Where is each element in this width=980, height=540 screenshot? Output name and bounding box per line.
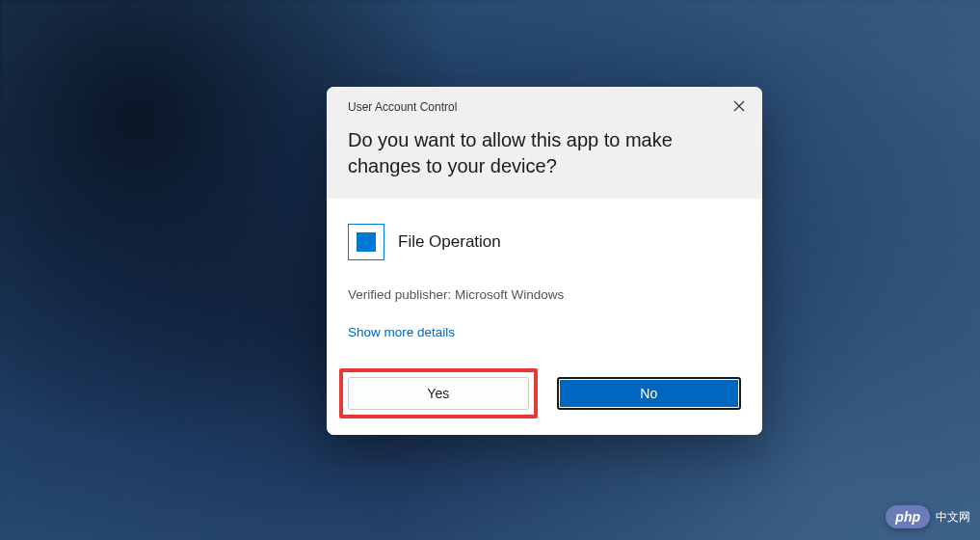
close-button[interactable] <box>729 96 749 116</box>
dialog-header: User Account Control Do you want to allo… <box>327 87 762 199</box>
dialog-body: File Operation Verified publisher: Micro… <box>327 199 762 356</box>
publisher-line: Verified publisher: Microsoft Windows <box>348 287 741 302</box>
dialog-question: Do you want to allow this app to make ch… <box>348 127 741 179</box>
app-icon <box>348 224 384 260</box>
yes-button[interactable]: Yes <box>348 377 529 410</box>
yes-button-highlight: Yes <box>339 368 538 418</box>
php-logo: php <box>886 505 930 528</box>
file-operation-icon <box>357 232 376 252</box>
dialog-title: User Account Control <box>348 100 741 114</box>
watermark: php 中文网 <box>886 505 970 528</box>
dialog-footer: Yes No <box>327 356 762 435</box>
no-button[interactable]: No <box>557 377 742 410</box>
app-info-row: File Operation <box>348 224 741 260</box>
app-name: File Operation <box>398 232 501 252</box>
uac-dialog: User Account Control Do you want to allo… <box>327 87 762 435</box>
watermark-text: 中文网 <box>936 509 970 526</box>
show-more-details-link[interactable]: Show more details <box>348 325 455 339</box>
close-icon <box>733 100 745 112</box>
